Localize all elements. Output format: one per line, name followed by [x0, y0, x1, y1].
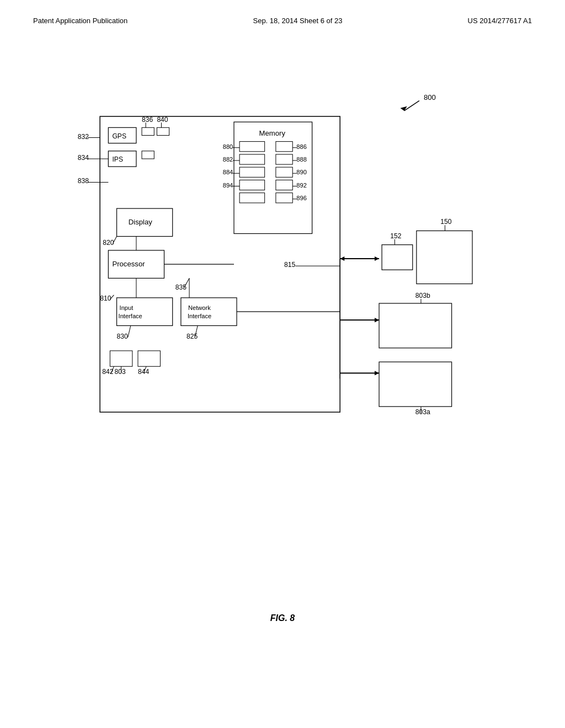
ref-838: 838	[78, 177, 89, 185]
ref-844: 844	[138, 368, 149, 376]
ref-890: 890	[296, 169, 307, 175]
ref-884: 884	[223, 169, 233, 175]
page-header: Patent Application Publication Sep. 18, …	[0, 0, 565, 30]
input-interface-line2: Interface	[119, 313, 142, 319]
figure-caption: FIG. 8	[270, 613, 295, 623]
mem-row2-left	[239, 154, 265, 164]
mem-row1-right	[276, 142, 292, 152]
ref-882: 882	[223, 156, 233, 163]
ips-sub1	[142, 151, 154, 159]
memory-label: Memory	[259, 129, 286, 137]
box-803a	[379, 362, 452, 406]
ref-825: 825	[186, 333, 198, 340]
mem-row5-left	[239, 193, 265, 203]
svg-marker-22	[340, 256, 344, 261]
input-interface-line1: Input	[120, 304, 134, 311]
gps-sub2	[157, 127, 169, 135]
gps-label: GPS	[112, 132, 126, 140]
box-152	[382, 245, 413, 270]
memory-box	[234, 122, 312, 233]
ref-835: 835	[175, 283, 186, 291]
ref-832-label: 832	[78, 133, 89, 141]
network-interface-line1: Network	[188, 304, 211, 311]
svg-line-0	[404, 101, 419, 111]
ref-886: 886	[296, 143, 307, 150]
mem-row2-right	[276, 154, 292, 164]
ref-896: 896	[296, 195, 307, 201]
mem-row3-left	[239, 167, 265, 177]
svg-marker-23	[375, 256, 379, 261]
svg-line-18	[128, 325, 131, 337]
bottom-box-left	[110, 351, 132, 366]
ref-894: 894	[223, 182, 233, 189]
ref-830: 830	[117, 333, 128, 340]
svg-marker-28	[375, 371, 379, 375]
mem-row1-left	[239, 142, 265, 152]
ref-800: 800	[424, 93, 436, 101]
ref-803a: 803a	[415, 408, 430, 416]
gps-sub1	[142, 127, 154, 135]
box-150	[417, 231, 472, 283]
ref-152: 152	[390, 232, 401, 240]
mem-row4-left	[239, 180, 265, 190]
ref-803b: 803b	[415, 292, 430, 299]
ref-880: 880	[223, 143, 233, 150]
ips-label: IPS	[112, 156, 123, 163]
ref-834-label: 834	[78, 154, 89, 162]
diagram-svg: 800 832 GPS 836 840 834 IPS 838 Memory	[22, 66, 541, 540]
box-803b	[379, 303, 452, 348]
header-center: Sep. 18, 2014 Sheet 6 of 23	[253, 17, 342, 25]
input-interface-box	[117, 298, 173, 326]
processor-text: Processor	[112, 260, 145, 268]
header-right: US 2014/277617 A1	[468, 17, 532, 25]
ref-820: 820	[103, 239, 114, 247]
ref-840: 840	[157, 116, 168, 124]
mem-row4-right	[276, 180, 292, 190]
ref-888: 888	[296, 156, 307, 163]
svg-marker-1	[401, 106, 407, 111]
svg-marker-26	[375, 318, 379, 322]
network-interface-line2: Interface	[188, 313, 211, 319]
mem-row5-right	[276, 193, 292, 203]
ref-815: 815	[284, 261, 295, 269]
ref-810: 810	[100, 295, 111, 302]
ref-803: 803	[114, 368, 125, 376]
ref-836: 836	[142, 116, 153, 124]
bottom-box-right	[138, 351, 160, 366]
mem-row3-right	[276, 167, 292, 177]
ref-892: 892	[296, 182, 307, 189]
ref-150: 150	[440, 218, 451, 226]
header-left: Patent Application Publication	[33, 17, 127, 25]
display-text: Display	[129, 218, 153, 226]
diagram-area: 800 832 GPS 836 840 834 IPS 838 Memory	[0, 44, 565, 678]
network-interface-box	[181, 298, 237, 326]
